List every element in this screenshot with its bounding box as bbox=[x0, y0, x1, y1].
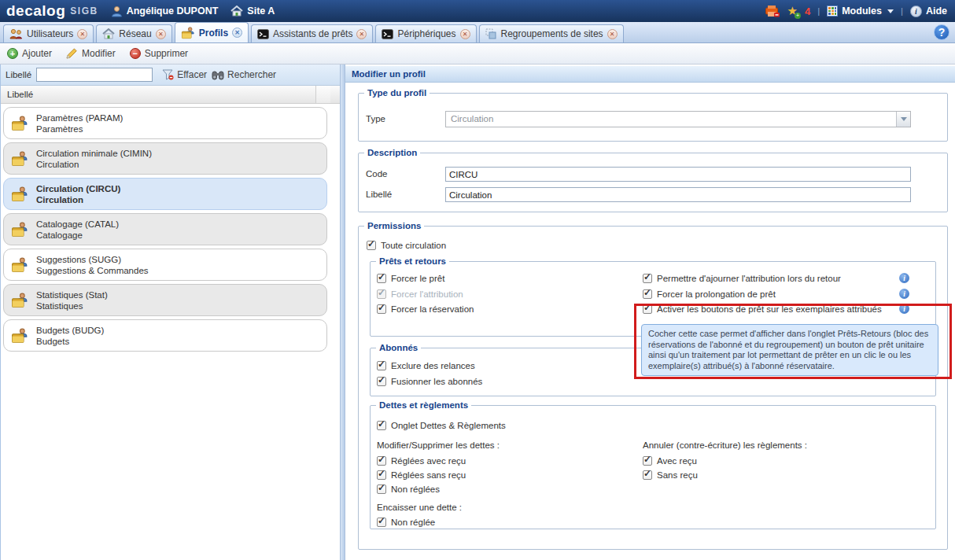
help-menu[interactable]: i Aide bbox=[910, 6, 947, 17]
modules-label: Modules bbox=[842, 6, 882, 17]
type-label: Type bbox=[366, 114, 385, 123]
checkbox: ✓ bbox=[377, 289, 386, 299]
list-column-header[interactable]: Libellé bbox=[1, 86, 341, 104]
info-icon[interactable]: i bbox=[899, 273, 909, 283]
list-header-spacer bbox=[315, 86, 330, 103]
code-input[interactable] bbox=[445, 167, 911, 182]
checkbox: ✓ bbox=[377, 304, 386, 314]
clear-filter-button[interactable]: Effacer bbox=[162, 69, 207, 80]
fieldset-legend: Prêts et retours bbox=[376, 256, 449, 267]
tab-label: Assistants de prêts bbox=[273, 28, 352, 39]
delete-button[interactable]: − Supprimer bbox=[130, 48, 188, 59]
dropdown-arrow-icon[interactable] bbox=[896, 112, 910, 127]
checkbox: ✓ bbox=[377, 421, 386, 430]
checkbox-permettre-ajourner-attribution[interactable]: ✓ Permettre d'ajourner l'attribution lor… bbox=[643, 273, 841, 284]
libelle-label: Libellé bbox=[366, 190, 392, 199]
checkbox-avec-recu[interactable]: ✓ Avec reçu bbox=[643, 455, 697, 466]
filter-clear-icon bbox=[162, 69, 174, 80]
checkbox-forcer-prolongation-pret[interactable]: ✓ Forcer la prolongation de prêt bbox=[643, 289, 776, 300]
topbar: decalog SIGB Angélique DUPONT Site A ★+ … bbox=[0, 0, 955, 22]
fieldset-legend: Description bbox=[364, 148, 420, 158]
list-item-parametres[interactable]: Paramètres (PARAM)Paramètres bbox=[3, 107, 327, 139]
checkbox-reglees-avec-recu[interactable]: ✓ Réglées avec reçu bbox=[377, 455, 466, 466]
current-user[interactable]: Angélique DUPONT bbox=[111, 6, 219, 17]
checkbox-reglees-sans-recu[interactable]: ✓ Réglées sans reçu bbox=[377, 470, 466, 481]
panel-splitter[interactable] bbox=[340, 64, 345, 560]
tab-peripheriques[interactable]: Périphériques ✕ bbox=[375, 24, 476, 42]
profile-folder-icon bbox=[11, 116, 28, 131]
tab-assistants-de-prets[interactable]: Assistants de prêts ✕ bbox=[251, 24, 373, 42]
help-icon[interactable]: ? bbox=[934, 24, 949, 40]
tab-reseau[interactable]: Réseau ✕ bbox=[96, 24, 171, 42]
search-button[interactable]: Rechercher bbox=[212, 69, 276, 80]
tab-profils[interactable]: Profils ✕ bbox=[175, 22, 249, 42]
checkbox-forcer-attribution-disabled: ✓ Forcer l'attribution bbox=[377, 289, 463, 300]
list-item-budgets[interactable]: Budgets (BUDG)Budgets bbox=[3, 319, 327, 352]
fieldset-legend: Permissions bbox=[364, 221, 424, 231]
search-button-label: Rechercher bbox=[227, 69, 276, 80]
close-icon[interactable]: ✕ bbox=[232, 28, 242, 38]
close-icon[interactable]: ✕ bbox=[77, 29, 87, 39]
checkbox-fusionner-les-abonnes[interactable]: ✓ Fusionner les abonnés bbox=[377, 376, 482, 387]
fieldset-legend: Type du profil bbox=[364, 88, 430, 98]
item-subtitle: Budgets bbox=[36, 337, 69, 346]
app-logo: decalog bbox=[6, 2, 65, 20]
favorites-star-icon[interactable]: ★+ bbox=[787, 6, 798, 17]
panel-title: Modifier un profil bbox=[345, 66, 955, 83]
list-item-catalogage[interactable]: Catalogage (CATAL)Catalogage bbox=[3, 213, 327, 245]
fieldset-dettes-et-reglements: Dettes et règlements ✓ Onglet Dettes & R… bbox=[370, 405, 936, 529]
checkbox-exclure-des-relances[interactable]: ✓ Exclure des relances bbox=[377, 360, 475, 371]
list-item-suggestions[interactable]: Suggestions (SUGG)Suggestions & Commande… bbox=[3, 249, 327, 281]
libelle-input[interactable] bbox=[445, 187, 911, 202]
checkbox: ✓ bbox=[377, 274, 386, 283]
item-title: Circulation minimale (CIMIN) bbox=[36, 149, 152, 158]
edit-button[interactable]: Modifier bbox=[66, 48, 116, 59]
checkbox: ✓ bbox=[643, 289, 652, 299]
profile-folder-icon bbox=[11, 222, 28, 238]
modules-menu[interactable]: Modules bbox=[827, 6, 894, 17]
type-select-value: Circulation bbox=[451, 114, 493, 123]
type-select[interactable]: Circulation bbox=[445, 111, 911, 127]
checkbox: ✓ bbox=[643, 274, 652, 283]
item-title: Statistiques (Stat) bbox=[36, 290, 108, 300]
list-item-statistiques[interactable]: Statistiques (Stat)Statistiques bbox=[3, 284, 327, 316]
item-subtitle: Suggestions & Commandes bbox=[36, 266, 149, 275]
checkbox-sans-recu[interactable]: ✓ Sans reçu bbox=[643, 470, 698, 481]
checkbox-non-reglee[interactable]: ✓ Non réglée bbox=[377, 517, 435, 528]
plus-icon: + bbox=[7, 48, 18, 59]
action-toolbar: + Ajouter Modifier − Supprimer bbox=[0, 43, 955, 64]
close-icon[interactable]: ✕ bbox=[356, 29, 367, 39]
checkbox-toute-circulation[interactable]: ✓ Toute circulation bbox=[367, 240, 446, 251]
tab-label: Réseau bbox=[119, 28, 151, 39]
tab-regroupements-de-sites[interactable]: Regroupements de sites ✕ bbox=[479, 24, 624, 42]
modifier-supprimer-dettes-label: Modifier/Supprimer les dettes : bbox=[377, 440, 500, 450]
close-icon[interactable]: ✕ bbox=[460, 29, 470, 39]
current-site[interactable]: Site A bbox=[230, 6, 275, 17]
close-icon[interactable]: ✕ bbox=[607, 29, 618, 39]
checkbox-non-reglees[interactable]: ✓ Non réglées bbox=[377, 484, 440, 495]
info-icon[interactable]: i bbox=[899, 289, 909, 299]
list-item-circulation-minimale[interactable]: Circulation minimale (CIMIN)Circulation bbox=[3, 142, 327, 175]
item-title: Catalogage (CATAL) bbox=[36, 219, 119, 229]
add-button[interactable]: + Ajouter bbox=[7, 48, 52, 59]
info-icon[interactable]: i bbox=[899, 304, 909, 314]
separator: | bbox=[817, 6, 820, 16]
user-icon bbox=[111, 6, 123, 17]
search-input[interactable] bbox=[36, 68, 153, 82]
checkbox-forcer-le-pret[interactable]: ✓ Forcer le prêt bbox=[377, 273, 444, 284]
checkbox-activer-boutons-pret-exemplaires[interactable]: ✓ Activer les boutons de prêt sur les ex… bbox=[643, 304, 882, 315]
fieldset-type-du-profil: Type du profil Type Circulation bbox=[358, 93, 948, 142]
list-item-circulation-selected[interactable]: Circulation (CIRCU)Circulation bbox=[3, 178, 327, 210]
pencil-icon bbox=[66, 48, 78, 59]
tooltip-activer-boutons-pret: Cocher cette case permet d'afficher dans… bbox=[641, 324, 938, 376]
checkbox-forcer-la-reservation[interactable]: ✓ Forcer la réservation bbox=[377, 304, 474, 315]
delete-label: Supprimer bbox=[145, 48, 188, 59]
printer-alert-icon[interactable] bbox=[765, 5, 780, 18]
code-label: Code bbox=[366, 169, 388, 179]
user-name: Angélique DUPONT bbox=[127, 6, 219, 17]
tabbar: Utilisateurs ✕ Réseau ✕ Profils ✕ Assist… bbox=[0, 22, 955, 43]
close-icon[interactable]: ✕ bbox=[156, 29, 166, 39]
checkbox-onglet-dettes-reglements[interactable]: ✓ Onglet Dettes & Règlements bbox=[377, 420, 506, 431]
fieldset-description: Description Code Libellé bbox=[358, 153, 948, 212]
tab-utilisateurs[interactable]: Utilisateurs ✕ bbox=[3, 24, 94, 42]
